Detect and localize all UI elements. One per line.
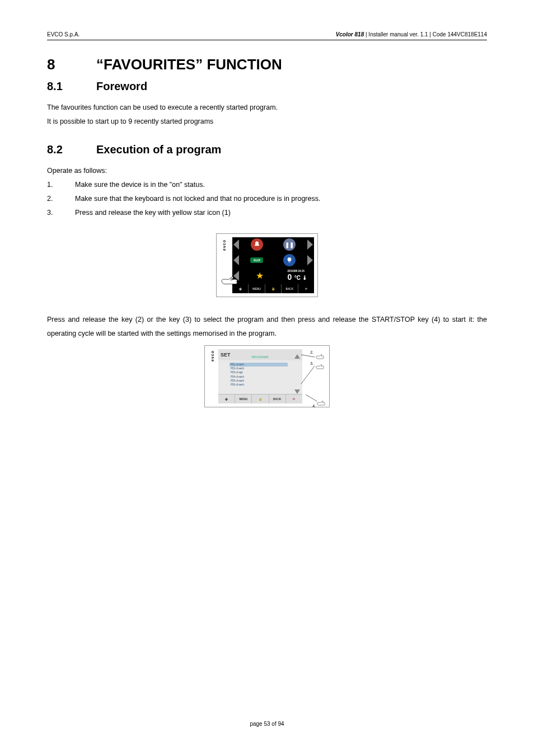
svg-marker-1 <box>294 354 300 359</box>
svg-line-4 <box>301 366 315 384</box>
callout-4: 4. <box>312 404 316 408</box>
power-icon: ⏻ <box>218 395 235 403</box>
product-name: Vcolor 818 <box>336 31 364 37</box>
pointing-hand-icon <box>316 354 325 359</box>
list-item: P03 of app <box>231 370 302 374</box>
set-label: SET <box>221 352 231 358</box>
exec-intro: Operate as follows: <box>47 164 487 178</box>
pause-icon: ❚❚ <box>283 238 296 251</box>
section-8-2-title: Execution of a program <box>96 143 221 156</box>
list-item: 3.Press and release the key with yellow … <box>47 206 487 220</box>
figure-1-frame: evco ❚❚ AUX <box>216 233 318 297</box>
callout-2: 2. <box>310 350 313 354</box>
doc-id: Vcolor 818 | Installer manual ver. 1.1 |… <box>336 31 487 37</box>
figure-2-frame: evco SET PROGRAMS P01 of each P02 of eac… <box>204 345 330 407</box>
step-num: 2. <box>47 192 75 206</box>
temp-readout: 22/12/08 10:15 0 °C🌡 <box>288 270 308 282</box>
nav-left-icon <box>233 255 239 265</box>
foreword-p2: It is possible to start up to 9 recently… <box>47 115 487 129</box>
callout-line <box>306 393 318 403</box>
step-text: Press and release the key with yellow st… <box>75 206 231 220</box>
temp-unit: °C <box>294 275 301 281</box>
star-icon: ★ <box>256 271 264 280</box>
temp-value: 0 <box>288 273 292 281</box>
menu-button: MENU <box>235 395 252 403</box>
section-8-2-number: 8.2 <box>47 143 96 156</box>
aux-button: AUX <box>250 257 263 263</box>
section-8-1-number: 8.1 <box>47 80 96 93</box>
pointing-hand-icon <box>316 364 325 369</box>
callout-3: 3. <box>310 361 313 365</box>
programs-title: PROGRAMS <box>252 356 269 359</box>
list-item: P02 of each <box>231 367 302 370</box>
svg-line-5 <box>306 395 317 401</box>
lock-icon: 🔒 <box>252 395 269 403</box>
list-item: P01 of each <box>229 363 288 367</box>
figure-1: evco ❚❚ AUX <box>220 237 314 293</box>
down-arrow-icon <box>294 389 300 394</box>
lock-icon: 🔒 <box>265 284 282 293</box>
list-item: 1.Make sure the device is in the "on" st… <box>47 178 487 192</box>
foreword-p1: The favourites function can be used to e… <box>47 101 487 115</box>
start-stop-icon: ⟳ <box>298 284 314 293</box>
hand-icon <box>251 238 263 251</box>
svg-line-0 <box>236 273 248 282</box>
list-item: P06 of each <box>231 383 302 387</box>
menu-button: MENU <box>249 284 265 293</box>
nav-right-icon <box>307 255 313 265</box>
exec-steps: 1.Make sure the device is in the "on" st… <box>47 178 487 220</box>
page-footer: page 53 of 94 <box>0 721 534 727</box>
program-list: P01 of each P02 of each P03 of app P04 o… <box>218 360 302 394</box>
nav-left-icon <box>233 240 239 250</box>
list-item: 2.Make sure that the keyboard is not loc… <box>47 192 487 206</box>
up-arrow-icon <box>294 354 300 359</box>
callout-line <box>301 364 316 386</box>
svg-marker-2 <box>294 389 300 394</box>
callout-line <box>236 272 249 283</box>
step-text: Make sure that the keyboard is not locke… <box>75 192 320 206</box>
exec-after: Press and release the key (2) or the key… <box>47 313 487 341</box>
step-text: Make sure the device is in the "on" stat… <box>75 178 205 192</box>
button-bar: ⏻ MENU 🔒 BACK ⟳ <box>232 284 314 293</box>
section-8-title: “FAVOURITES” FUNCTION <box>96 56 282 73</box>
brand-label: evco <box>210 350 214 361</box>
section-8-1-heading: 8.1Foreword <box>47 80 487 93</box>
screen-topbar: SET PROGRAMS <box>218 349 302 360</box>
page-header: EVCO S.p.A. Vcolor 818 | Installer manua… <box>47 31 487 40</box>
section-8-heading: 8“FAVOURITES” FUNCTION <box>47 56 487 73</box>
figure-2: evco SET PROGRAMS P01 of each P02 of eac… <box>208 349 326 403</box>
section-8-2-heading: 8.2Execution of a program <box>47 143 487 156</box>
section-8-1-title: Foreword <box>96 80 147 92</box>
button-bar: ⏻ MENU 🔒 BACK ⟳ <box>218 394 302 403</box>
thermometer-icon: 🌡 <box>302 274 308 281</box>
company-name: EVCO S.p.A. <box>47 31 79 37</box>
light-icon <box>283 254 296 266</box>
step-num: 3. <box>47 206 75 220</box>
callout-1: 1. <box>230 277 233 281</box>
back-button: BACK <box>269 395 286 403</box>
back-button: BACK <box>282 284 298 293</box>
list-item: P04 of each <box>231 375 302 379</box>
brand-label: evco <box>222 240 226 251</box>
callout-line <box>301 353 316 359</box>
pointing-hand-icon <box>317 400 326 406</box>
list-item: P05 of each <box>231 379 302 383</box>
step-num: 1. <box>47 178 75 192</box>
nav-right-icon <box>307 240 313 250</box>
power-icon: ⏻ <box>232 284 249 293</box>
section-8-number: 8 <box>47 56 96 73</box>
doc-meta: | Installer manual ver. 1.1 | Code 144VC… <box>364 31 487 37</box>
svg-line-3 <box>301 355 315 357</box>
